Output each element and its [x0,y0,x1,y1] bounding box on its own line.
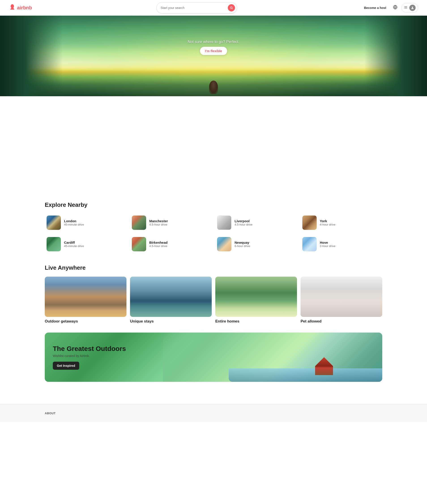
nearby-thumb [217,237,231,251]
live-card-image [215,277,297,317]
banner-subtitle: Wishlist curated by Airbnb. [53,354,126,358]
live-anywhere-card[interactable]: Outdoor getaways [45,277,126,324]
search-input[interactable] [161,6,228,10]
get-inspired-button[interactable]: Get Inspired [53,362,79,370]
navbar: airbnb Become a host [0,0,427,16]
nearby-info: York 4-hour drive [320,219,335,226]
svg-point-0 [230,7,232,8]
explore-nearby-section: Explore Nearby London 45-minute drive Ma… [45,201,382,253]
live-card-image [45,277,126,317]
live-card-label: Unique stays [130,319,212,324]
nearby-city-name: Manchester [149,219,168,223]
airbnb-logo-icon [9,4,16,12]
live-anywhere-card[interactable]: Pet allowed [301,277,382,324]
nearby-drive-time: 45-minute drive [64,223,84,226]
nearby-thumb [217,215,231,230]
hero-tagline: Not sure where to go? Perfect. [188,40,239,44]
outdoors-banner: The Greatest Outdoors Wishlist curated b… [45,333,382,382]
nearby-info: London 45-minute drive [64,219,84,226]
hero-figure [209,81,218,94]
nav-right: Become a host [361,3,418,13]
live-card-label: Entire homes [215,319,297,324]
live-card-image [301,277,382,317]
nearby-item[interactable]: Hove 2-hour drive [301,235,382,253]
nearby-item[interactable]: London 45-minute drive [45,214,126,232]
hero-center: Not sure where to go? Perfect. I'm flexi… [188,40,239,55]
live-card-image [130,277,212,317]
main-content: Explore Nearby London 45-minute drive Ma… [0,192,427,404]
flexible-button[interactable]: I'm flexible [200,47,227,55]
explore-nearby-title: Explore Nearby [45,201,382,208]
nearby-city-name: York [320,219,335,223]
become-host-link[interactable]: Become a host [361,4,389,11]
globe-button[interactable] [392,4,399,12]
nearby-item[interactable]: Birkenhead 4.5-hour drive [130,235,212,253]
nearby-thumb [132,237,146,251]
nearby-info: Hove 2-hour drive [320,241,335,248]
banner-title: The Greatest Outdoors [53,345,126,353]
nearby-drive-time: 6-hour drive [235,244,250,248]
footer: ABOUT [0,404,427,422]
nearby-item[interactable]: Cardiff 45-minute drive [45,235,126,253]
nearby-thumb [46,237,61,251]
nearby-city-name: Liverpool [235,219,252,223]
banner-content: The Greatest Outdoors Wishlist curated b… [53,345,126,370]
nearby-thumb [302,215,317,230]
nearby-drive-time: 4.5-hour drive [235,223,252,226]
nearby-drive-time: 45-minute drive [64,244,84,248]
nearby-drive-time: 4.5-hour drive [149,244,168,248]
logo-text: airbnb [17,5,32,11]
nearby-drive-time: 2-hour drive [320,244,335,248]
live-card-label: Outdoor getaways [45,319,126,324]
nearby-thumb [46,215,61,230]
banner-water [229,368,382,382]
live-anywhere-grid: Outdoor getaways Unique stays Entire hom… [45,277,382,324]
nearby-item[interactable]: Manchester 4.5-hour drive [130,214,212,232]
nearby-drive-time: 4-hour drive [320,223,335,226]
nearby-city-name: Hove [320,241,335,244]
nearby-info: Birkenhead 4.5-hour drive [149,241,168,248]
hamburger-icon [404,6,408,10]
search-bar[interactable] [156,2,237,13]
nearby-grid: London 45-minute drive Manchester 4.5-ho… [45,214,382,253]
live-anywhere-card[interactable]: Unique stays [130,277,212,324]
nearby-item[interactable]: Liverpool 4.5-hour drive [215,214,297,232]
nearby-info: Newquay 6-hour drive [235,241,250,248]
search-button[interactable] [228,4,235,11]
svg-point-5 [412,7,413,8]
nearby-item[interactable]: Newquay 6-hour drive [215,235,297,253]
logo[interactable]: airbnb [9,4,32,12]
nearby-item[interactable]: York 4-hour drive [301,214,382,232]
nearby-city-name: Birkenhead [149,241,168,244]
live-card-label: Pet allowed [301,319,382,324]
menu-button[interactable] [402,3,418,13]
live-anywhere-card[interactable]: Entire homes [215,277,297,324]
user-avatar [409,5,416,11]
live-anywhere-title: Live Anywhere [45,264,382,271]
live-anywhere-section: Live Anywhere Outdoor getaways Unique st… [45,264,382,324]
nearby-city-name: Newquay [235,241,250,244]
nearby-thumb [132,215,146,230]
nearby-drive-time: 4.5-hour drive [149,223,168,226]
nearby-thumb [302,237,317,251]
nearby-info: Liverpool 4.5-hour drive [235,219,252,226]
banner-cabin [315,357,333,375]
nearby-city-name: London [64,219,84,223]
nearby-city-name: Cardiff [64,241,84,244]
banner-art [163,333,382,382]
nearby-info: Cardiff 45-minute drive [64,241,84,248]
nearby-info: Manchester 4.5-hour drive [149,219,168,226]
footer-about-link[interactable]: ABOUT [45,412,56,415]
